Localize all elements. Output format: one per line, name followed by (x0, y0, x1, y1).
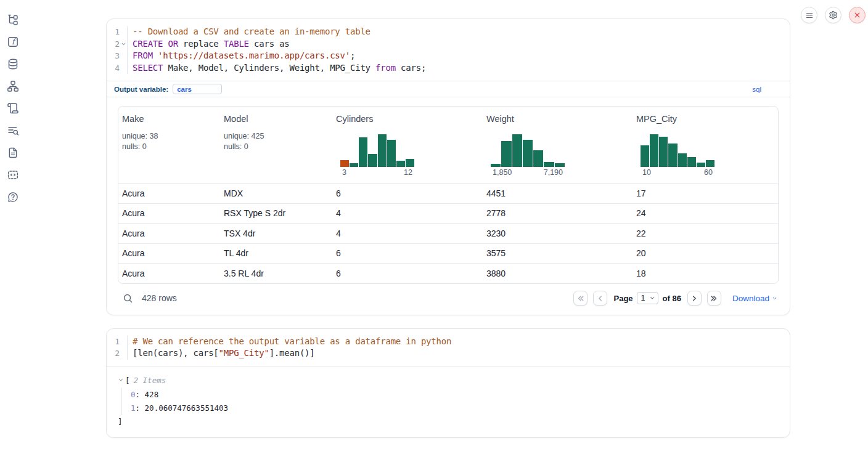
table-row[interactable]: AcuraMDX6445117 (118, 183, 778, 203)
code-line: CREATE OR replace TABLE cars as (133, 38, 790, 51)
histogram-bar (555, 163, 565, 167)
histogram-bar (350, 163, 358, 167)
table-cell: 20 (633, 248, 779, 258)
histogram-bar (378, 134, 387, 167)
close-icon (853, 11, 861, 19)
line-number-gutter: 12 (107, 336, 127, 360)
code-content[interactable]: # We can reference the output variable a… (127, 336, 790, 360)
close-button[interactable] (849, 7, 866, 23)
table-row[interactable]: AcuraTSX 4dr4323022 (118, 223, 778, 243)
sql-output-area: Makeunique: 38nulls: 0Modelunique: 425nu… (107, 97, 790, 315)
chevron-down-icon (772, 296, 777, 301)
table-footer: 428 rows Page 1 of 86 (118, 288, 779, 309)
histogram-bar (659, 137, 668, 167)
column-histogram: 312 (340, 132, 414, 177)
help-icon[interactable] (7, 191, 19, 203)
menu-button[interactable] (801, 7, 817, 23)
page-select[interactable]: 1 (637, 292, 658, 304)
table-cell: 24 (633, 208, 779, 218)
table-cell: TL 4dr (220, 248, 332, 258)
column-title[interactable]: Model (224, 114, 329, 124)
next-page-button[interactable] (687, 291, 702, 305)
table-cell: Acura (118, 229, 220, 238)
notebook: 1234-- Download a CSV and create an in-m… (106, 18, 790, 438)
column-stats: unique: 425nulls: 0 (224, 131, 329, 152)
table-cell: 3.5 RL 4dr (220, 269, 332, 278)
line-number: 4 (107, 63, 120, 73)
database-icon[interactable] (7, 58, 19, 70)
window-controls (801, 7, 866, 23)
row-count: 428 rows (142, 293, 177, 303)
table-cell: 6 (332, 269, 483, 278)
tree-item: 1: 20.060747663551403 (131, 402, 779, 415)
gear-button[interactable] (825, 7, 841, 23)
code-line: # We can reference the output variable a… (133, 336, 790, 348)
table-row[interactable]: AcuraRSX Type S 2dr4277824 (118, 203, 778, 224)
function-icon[interactable]: f (7, 36, 19, 48)
previous-page-button[interactable] (593, 291, 607, 305)
table-cell: 22 (633, 229, 779, 238)
document-icon[interactable] (7, 147, 19, 159)
table-cell: 3230 (483, 229, 633, 238)
histogram-bar (387, 140, 396, 167)
histogram-bar (523, 140, 533, 167)
column-title[interactable]: Weight (486, 114, 629, 124)
tree-item-key: 0 (131, 390, 136, 399)
page-label: Page (614, 294, 633, 303)
download-label: Download (732, 294, 769, 303)
line-number: 2 (107, 349, 120, 358)
histogram-min-label: 3 (342, 168, 346, 177)
code-line: -- Download a CSV and create an in-memor… (133, 26, 790, 38)
dependency-graph-icon[interactable] (7, 80, 19, 92)
tree-item: 0: 428 (131, 388, 779, 402)
histogram-bar (687, 157, 696, 167)
last-page-button[interactable] (707, 291, 721, 305)
tree-summary: 2 Items (134, 376, 166, 385)
svg-text:f: f (12, 37, 17, 46)
table-row[interactable]: AcuraTL 4dr6357520 (118, 243, 778, 264)
sql-code-editor[interactable]: 1234-- Download a CSV and create an in-m… (107, 19, 790, 81)
column-stats: unique: 38nulls: 0 (122, 131, 216, 152)
histogram-bar (650, 134, 658, 167)
histogram-bar (706, 160, 714, 167)
histogram-min-label: 1,850 (493, 168, 512, 177)
file-tree-icon[interactable] (7, 14, 19, 26)
histogram-bar (491, 164, 501, 167)
output-variable-input[interactable]: cars (173, 84, 222, 94)
scratchpad-icon[interactable] (7, 102, 19, 115)
collapse-chevron-icon[interactable] (118, 377, 124, 383)
table-cell: MDX (220, 188, 332, 198)
table-cell: Acura (118, 248, 220, 258)
search-list-icon[interactable] (7, 124, 19, 137)
histogram-bar (368, 154, 377, 167)
fold-chevron-icon[interactable] (120, 41, 127, 47)
python-code-editor[interactable]: 12# We can reference the output variable… (107, 329, 790, 366)
column-histogram: 1,8507,190 (491, 132, 565, 177)
histogram-bar (406, 159, 414, 167)
histogram-bar (512, 134, 522, 167)
table-header: Makeunique: 38nulls: 0Modelunique: 425nu… (118, 107, 778, 183)
first-page-button[interactable] (573, 291, 588, 305)
tree-item-key: 1 (131, 403, 136, 413)
search-icon[interactable] (123, 293, 133, 304)
table-cell: Acura (118, 208, 220, 218)
table-column-header: Modelunique: 425nulls: 0 (220, 107, 332, 183)
table-cell: 2778 (483, 208, 633, 218)
snippets-icon[interactable] (7, 169, 19, 181)
column-title[interactable]: Make (122, 114, 216, 124)
table-cell: 6 (332, 248, 483, 258)
code-line: FROM 'https://datasets.marimo.app/cars.c… (133, 50, 790, 62)
column-title[interactable]: Cylinders (336, 114, 479, 124)
table-cell: RSX Type S 2dr (220, 208, 332, 218)
table-cell: 18 (633, 269, 779, 278)
table-row[interactable]: Acura3.5 RL 4dr6388018 (118, 263, 778, 283)
code-content[interactable]: -- Download a CSV and create an in-memor… (127, 26, 790, 74)
histogram-min-label: 10 (642, 168, 651, 177)
line-number: 1 (107, 337, 120, 346)
histogram-bar (678, 153, 687, 167)
download-button[interactable]: Download (732, 294, 777, 303)
column-histogram: 1060 (641, 132, 714, 177)
close-bracket: ] (118, 417, 779, 426)
line-number: 3 (107, 51, 120, 60)
column-title[interactable]: MPG_City (636, 114, 777, 124)
